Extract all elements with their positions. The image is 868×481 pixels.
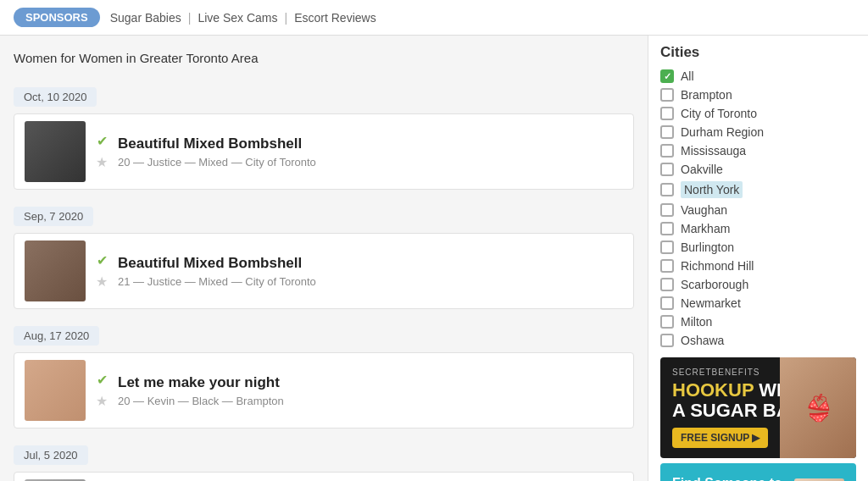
city-label: Milton (681, 315, 712, 329)
header: SPONSORS Sugar Babies | Live Sex Cams | … (0, 0, 868, 36)
city-label: Markham (681, 222, 730, 235)
city-item[interactable]: Oakville (660, 163, 856, 176)
city-checkbox[interactable] (660, 88, 674, 102)
listing-title: Beautiful Mixed Bombshell (118, 135, 623, 152)
city-label: Durham Region (681, 125, 764, 139)
city-checkbox[interactable] (660, 183, 674, 196)
city-item[interactable]: Oshawa (660, 334, 856, 347)
listing-icons: ✔ ★ (96, 252, 108, 290)
sponsors-button[interactable]: SPONSORS (14, 8, 100, 27)
city-label: Richmond Hill (681, 259, 754, 273)
listing-info: Beautiful Mixed Bombshell20 — Justice — … (118, 135, 623, 169)
city-checkbox[interactable] (660, 315, 674, 329)
star-icon: ★ (96, 154, 108, 170)
listing-card[interactable]: ✔ ★ Let me make your night20 — Kevin — B… (14, 352, 634, 428)
listing-title: Beautiful Mixed Bombshell (118, 255, 623, 272)
city-item[interactable]: Durham Region (660, 125, 856, 139)
listing-thumbnail (25, 121, 86, 182)
escort-reviews-link[interactable]: Escort Reviews (294, 11, 376, 25)
section-title: Women for Women in Greater Toronto Area (14, 47, 634, 69)
listing-info: Beautiful Mixed Bombshell21 — Justice — … (118, 255, 623, 288)
city-item[interactable]: All (660, 69, 856, 83)
date-header-1: Sep, 7 2020 (14, 207, 93, 226)
city-label: Burlington (681, 240, 734, 254)
city-item[interactable]: Burlington (660, 240, 856, 254)
verified-icon: ✔ (97, 133, 108, 149)
star-icon: ★ (96, 393, 108, 409)
nav-sep-2: | (285, 11, 288, 25)
city-checkbox[interactable] (660, 222, 674, 235)
sugar-babies-link[interactable]: Sugar Babies (110, 11, 181, 25)
nav-sep-1: | (188, 11, 192, 25)
city-checkbox[interactable] (660, 107, 674, 120)
listing-subtitle: 20 — Justice — Mixed — City of Toronto (118, 156, 623, 169)
city-item[interactable]: Markham (660, 222, 856, 235)
city-checkbox[interactable] (660, 125, 674, 139)
sidebar: Cities AllBramptonCity of TorontoDurham … (648, 36, 868, 481)
date-header-0: Oct, 10 2020 (14, 87, 97, 107)
hookup-ad-banner[interactable]: SECRETBENEFITS HOOKUP WITHA SUGAR BABY F… (660, 357, 856, 458)
ad-find-text: Find Someone toSpend the Day with (672, 475, 794, 481)
listings-container: Oct, 10 2020 ✔ ★ Beautiful Mixed Bombshe… (14, 75, 634, 481)
city-checkbox[interactable] (660, 69, 674, 83)
city-label: Newmarket (681, 296, 741, 310)
listing-card[interactable]: ✔ ★ Beautiful Mixed Bombshell20 — Justic… (14, 113, 634, 190)
city-checkbox[interactable] (660, 163, 674, 176)
ad-hookup-word: HOOKUP (672, 379, 754, 401)
city-label: Oakville (681, 163, 723, 176)
listing-subtitle: 20 — Kevin — Black — Brampton (118, 395, 623, 407)
verified-icon: ✔ (97, 372, 108, 388)
city-checkbox[interactable] (660, 203, 674, 217)
city-label: Scarborough (681, 278, 748, 291)
listing-subtitle: 21 — Justice — Mixed — City of Toronto (118, 275, 623, 288)
city-item[interactable]: Brampton (660, 88, 856, 102)
city-item[interactable]: Milton (660, 315, 856, 329)
city-checkbox[interactable] (660, 240, 674, 254)
city-label: Mississauga (681, 144, 746, 158)
live-sex-cams-link[interactable]: Live Sex Cams (198, 11, 277, 25)
main: Women for Women in Greater Toronto Area … (0, 36, 868, 481)
cities-list: AllBramptonCity of TorontoDurham RegionM… (660, 69, 856, 347)
ad-hookup-image: 👙 (780, 357, 856, 458)
content-area: Women for Women in Greater Toronto Area … (0, 36, 648, 481)
listing-thumbnail (25, 240, 86, 301)
city-label: Brampton (681, 88, 732, 102)
listing-card[interactable]: ✔ ★ Beautiful Mixed Bombshell21 — Justic… (14, 233, 634, 309)
listing-thumbnail (25, 360, 86, 421)
verified-icon: ✔ (97, 252, 108, 268)
city-item[interactable]: North York (660, 181, 856, 198)
listing-icons: ✔ ★ (96, 372, 108, 409)
city-label: Oshawa (681, 334, 724, 347)
city-item[interactable]: Mississauga (660, 144, 856, 158)
listing-title: Let me make your night (118, 374, 623, 391)
city-item[interactable]: Richmond Hill (660, 259, 856, 273)
city-checkbox[interactable] (660, 259, 674, 273)
city-checkbox[interactable] (660, 278, 674, 291)
nav-links: Sugar Babies | Live Sex Cams | Escort Re… (110, 11, 376, 25)
city-item[interactable]: City of Toronto (660, 107, 856, 120)
cities-title: Cities (660, 44, 856, 61)
city-item[interactable]: Vaughan (660, 203, 856, 217)
listing-card[interactable]: ✔ ★ INCALL/LATINA. CUM SEE SOFIAA availa… (14, 472, 634, 481)
city-item[interactable]: Scarborough (660, 278, 856, 291)
city-label: All (681, 69, 694, 83)
city-checkbox[interactable] (660, 334, 674, 347)
city-label: City of Toronto (681, 107, 757, 120)
find-ad-banner[interactable]: Find Someone toSpend the Day with 👩 (660, 463, 856, 481)
star-icon: ★ (96, 274, 108, 290)
listing-info: Let me make your night20 — Kevin — Black… (118, 374, 623, 407)
listing-icons: ✔ ★ (96, 133, 108, 170)
date-header-3: Jul, 5 2020 (14, 445, 88, 465)
ad-hookup-signup-button[interactable]: FREE SIGNUP ▶ (672, 428, 768, 448)
city-checkbox[interactable] (660, 296, 674, 310)
city-label: Vaughan (681, 203, 727, 217)
date-header-2: Aug, 17 2020 (14, 326, 99, 346)
city-checkbox[interactable] (660, 144, 674, 158)
city-label: North York (681, 181, 743, 198)
city-item[interactable]: Newmarket (660, 296, 856, 310)
